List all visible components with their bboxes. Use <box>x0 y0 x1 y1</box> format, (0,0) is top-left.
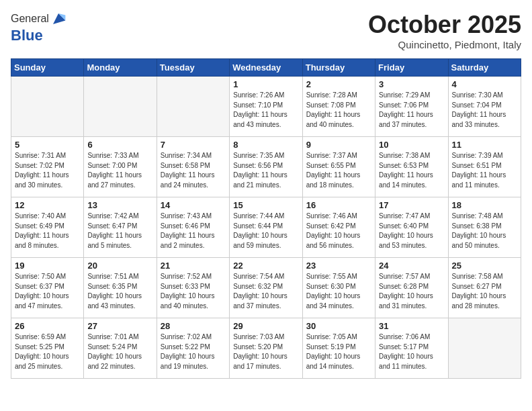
calendar-cell: 25Sunrise: 7:58 AM Sunset: 6:27 PM Dayli… <box>448 258 521 318</box>
day-number: 13 <box>87 200 152 210</box>
logo: General Blue <box>11 11 66 44</box>
calendar-cell: 6Sunrise: 7:33 AM Sunset: 7:00 PM Daylig… <box>84 137 157 197</box>
calendar-cell: 30Sunrise: 7:05 AM Sunset: 5:19 PM Dayli… <box>302 318 375 379</box>
day-info: Sunrise: 7:38 AM Sunset: 6:53 PM Dayligh… <box>379 151 444 190</box>
day-number: 31 <box>379 321 444 331</box>
calendar-cell: 24Sunrise: 7:57 AM Sunset: 6:28 PM Dayli… <box>375 258 448 318</box>
day-info: Sunrise: 7:43 AM Sunset: 6:46 PM Dayligh… <box>161 212 226 250</box>
day-number: 9 <box>306 140 371 150</box>
day-number: 6 <box>87 140 152 150</box>
weekday-header: Tuesday <box>157 59 229 77</box>
day-info: Sunrise: 7:40 AM Sunset: 6:49 PM Dayligh… <box>15 212 80 250</box>
day-info: Sunrise: 7:05 AM Sunset: 5:19 PM Dayligh… <box>306 332 371 371</box>
month-title: October 2025 <box>368 11 521 39</box>
day-number: 2 <box>306 79 371 89</box>
day-info: Sunrise: 7:30 AM Sunset: 7:04 PM Dayligh… <box>452 91 517 130</box>
day-number: 28 <box>161 321 226 331</box>
day-number: 25 <box>452 261 517 271</box>
weekday-header: Monday <box>84 59 157 77</box>
day-info: Sunrise: 7:46 AM Sunset: 6:42 PM Dayligh… <box>306 212 371 250</box>
day-info: Sunrise: 7:50 AM Sunset: 6:37 PM Dayligh… <box>15 272 80 311</box>
calendar-cell: 7Sunrise: 7:34 AM Sunset: 6:58 PM Daylig… <box>157 137 229 197</box>
logo-icon <box>50 11 66 27</box>
weekday-header: Saturday <box>448 59 521 77</box>
day-number: 21 <box>161 261 226 271</box>
day-info: Sunrise: 7:06 AM Sunset: 5:17 PM Dayligh… <box>379 332 444 371</box>
calendar-cell: 20Sunrise: 7:51 AM Sunset: 6:35 PM Dayli… <box>84 258 157 318</box>
page-header: General Blue October 2025 Quincinetto, P… <box>11 11 521 50</box>
calendar-cell: 5Sunrise: 7:31 AM Sunset: 7:02 PM Daylig… <box>11 137 84 197</box>
weekday-header: Friday <box>375 59 448 77</box>
day-number: 16 <box>306 200 371 210</box>
day-number: 5 <box>15 140 80 150</box>
day-number: 3 <box>379 79 444 89</box>
calendar-cell: 31Sunrise: 7:06 AM Sunset: 5:17 PM Dayli… <box>375 318 448 379</box>
calendar-cell: 2Sunrise: 7:28 AM Sunset: 7:08 PM Daylig… <box>302 77 375 137</box>
calendar-cell: 10Sunrise: 7:38 AM Sunset: 6:53 PM Dayli… <box>375 137 448 197</box>
calendar-cell: 16Sunrise: 7:46 AM Sunset: 6:42 PM Dayli… <box>302 197 375 258</box>
day-number: 30 <box>306 321 371 331</box>
day-number: 7 <box>161 140 226 150</box>
calendar-cell: 17Sunrise: 7:47 AM Sunset: 6:40 PM Dayli… <box>375 197 448 258</box>
weekday-header: Sunday <box>11 59 84 77</box>
day-info: Sunrise: 7:28 AM Sunset: 7:08 PM Dayligh… <box>306 91 371 130</box>
day-info: Sunrise: 7:48 AM Sunset: 6:38 PM Dayligh… <box>452 212 517 250</box>
day-info: Sunrise: 7:57 AM Sunset: 6:28 PM Dayligh… <box>379 272 444 311</box>
day-info: Sunrise: 7:29 AM Sunset: 7:06 PM Dayligh… <box>379 91 444 130</box>
day-info: Sunrise: 7:44 AM Sunset: 6:44 PM Dayligh… <box>233 212 298 250</box>
weekday-header: Thursday <box>302 59 375 77</box>
day-number: 20 <box>87 261 152 271</box>
day-number: 11 <box>452 140 517 150</box>
calendar-cell: 21Sunrise: 7:52 AM Sunset: 6:33 PM Dayli… <box>157 258 229 318</box>
day-info: Sunrise: 7:03 AM Sunset: 5:20 PM Dayligh… <box>233 332 298 371</box>
day-info: Sunrise: 7:26 AM Sunset: 7:10 PM Dayligh… <box>233 91 298 130</box>
calendar-cell: 22Sunrise: 7:54 AM Sunset: 6:32 PM Dayli… <box>230 258 302 318</box>
calendar-week-row: 12Sunrise: 7:40 AM Sunset: 6:49 PM Dayli… <box>11 197 521 258</box>
day-info: Sunrise: 6:59 AM Sunset: 5:25 PM Dayligh… <box>15 332 80 371</box>
calendar-cell <box>448 318 521 379</box>
calendar-week-row: 1Sunrise: 7:26 AM Sunset: 7:10 PM Daylig… <box>11 77 521 137</box>
calendar-cell: 29Sunrise: 7:03 AM Sunset: 5:20 PM Dayli… <box>230 318 302 379</box>
day-info: Sunrise: 7:58 AM Sunset: 6:27 PM Dayligh… <box>452 272 517 311</box>
day-info: Sunrise: 7:54 AM Sunset: 6:32 PM Dayligh… <box>233 272 298 311</box>
calendar-cell: 11Sunrise: 7:39 AM Sunset: 6:51 PM Dayli… <box>448 137 521 197</box>
calendar-cell: 4Sunrise: 7:30 AM Sunset: 7:04 PM Daylig… <box>448 77 521 137</box>
calendar-cell: 14Sunrise: 7:43 AM Sunset: 6:46 PM Dayli… <box>157 197 229 258</box>
calendar-cell: 26Sunrise: 6:59 AM Sunset: 5:25 PM Dayli… <box>11 318 84 379</box>
logo-general: General <box>11 13 49 25</box>
day-number: 8 <box>233 140 298 150</box>
calendar-cell: 12Sunrise: 7:40 AM Sunset: 6:49 PM Dayli… <box>11 197 84 258</box>
day-number: 22 <box>233 261 298 271</box>
day-number: 15 <box>233 200 298 210</box>
day-info: Sunrise: 7:34 AM Sunset: 6:58 PM Dayligh… <box>161 151 226 190</box>
day-info: Sunrise: 7:35 AM Sunset: 6:56 PM Dayligh… <box>233 151 298 190</box>
day-info: Sunrise: 7:01 AM Sunset: 5:24 PM Dayligh… <box>87 332 152 371</box>
day-info: Sunrise: 7:37 AM Sunset: 6:55 PM Dayligh… <box>306 151 371 190</box>
calendar-cell <box>157 77 229 137</box>
calendar-week-row: 5Sunrise: 7:31 AM Sunset: 7:02 PM Daylig… <box>11 137 521 197</box>
day-number: 23 <box>306 261 371 271</box>
day-info: Sunrise: 7:42 AM Sunset: 6:47 PM Dayligh… <box>87 212 152 250</box>
day-number: 29 <box>233 321 298 331</box>
day-number: 27 <box>87 321 152 331</box>
day-number: 10 <box>379 140 444 150</box>
day-info: Sunrise: 7:31 AM Sunset: 7:02 PM Dayligh… <box>15 151 80 190</box>
day-number: 12 <box>15 200 80 210</box>
calendar-cell: 28Sunrise: 7:02 AM Sunset: 5:22 PM Dayli… <box>157 318 229 379</box>
day-number: 1 <box>233 79 298 89</box>
calendar-cell: 15Sunrise: 7:44 AM Sunset: 6:44 PM Dayli… <box>230 197 302 258</box>
day-info: Sunrise: 7:52 AM Sunset: 6:33 PM Dayligh… <box>161 272 226 311</box>
calendar-cell: 1Sunrise: 7:26 AM Sunset: 7:10 PM Daylig… <box>230 77 302 137</box>
day-number: 19 <box>15 261 80 271</box>
calendar-week-row: 26Sunrise: 6:59 AM Sunset: 5:25 PM Dayli… <box>11 318 521 379</box>
day-number: 17 <box>379 200 444 210</box>
calendar-cell: 18Sunrise: 7:48 AM Sunset: 6:38 PM Dayli… <box>448 197 521 258</box>
day-info: Sunrise: 7:02 AM Sunset: 5:22 PM Dayligh… <box>161 332 226 371</box>
calendar-week-row: 19Sunrise: 7:50 AM Sunset: 6:37 PM Dayli… <box>11 258 521 318</box>
day-info: Sunrise: 7:39 AM Sunset: 6:51 PM Dayligh… <box>452 151 517 190</box>
calendar-cell <box>11 77 84 137</box>
day-info: Sunrise: 7:47 AM Sunset: 6:40 PM Dayligh… <box>379 212 444 250</box>
title-block: October 2025 Quincinetto, Piedmont, Ital… <box>368 11 521 50</box>
location: Quincinetto, Piedmont, Italy <box>368 39 521 50</box>
day-number: 14 <box>161 200 226 210</box>
